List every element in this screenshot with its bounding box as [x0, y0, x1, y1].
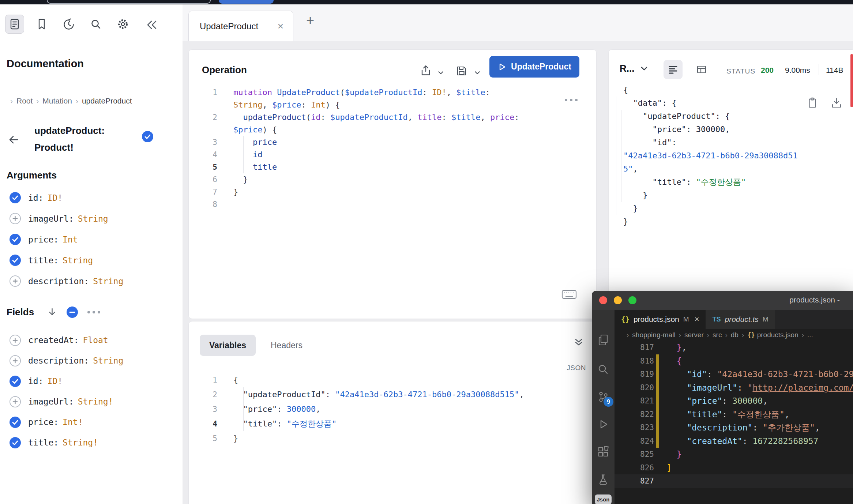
vscode-titlebar[interactable]: products.json - — [592, 291, 853, 310]
operation-panel: Operation UpdateProduct 1mutation Update… — [188, 49, 597, 319]
explorer-button[interactable] — [597, 334, 610, 347]
breadcrumbs[interactable]: ›shopping-mall ›server ›src ›db ›{}produ… — [615, 329, 853, 341]
variables-editor[interactable]: 1{2 "updateProductId": "42a41e3d-62b3-47… — [189, 373, 596, 446]
response-selector[interactable]: R... — [620, 63, 649, 74]
topbar-action-button[interactable] — [219, 0, 274, 4]
extensions-button[interactable] — [597, 445, 610, 458]
argument-toggle[interactable] — [10, 275, 21, 287]
search-button[interactable] — [597, 363, 610, 376]
close-tab-icon[interactable]: × — [695, 315, 699, 324]
settings-button[interactable] — [113, 15, 132, 34]
breadcrumb-item[interactable]: ›updateProduct — [72, 97, 132, 105]
scrollbar-marker — [850, 54, 853, 107]
code-line: 5", — [609, 162, 853, 176]
breadcrumb-item[interactable]: ›src — [704, 331, 722, 339]
sidebar-toolbar — [5, 15, 132, 34]
run-operation-button[interactable]: UpdateProduct — [489, 56, 579, 78]
argument-toggle[interactable] — [10, 213, 21, 224]
breadcrumb-item[interactable]: ›server — [676, 331, 704, 339]
field-toggle[interactable] — [10, 396, 21, 407]
tab-variables[interactable]: Variables — [200, 335, 256, 356]
field-toggle[interactable] — [10, 376, 21, 387]
close-tab-icon[interactable]: × — [278, 21, 283, 31]
back-button[interactable] — [7, 133, 20, 146]
request-tab[interactable]: UpdateProduct × — [188, 11, 293, 41]
testing-button[interactable] — [597, 473, 610, 486]
sort-fields-button[interactable] — [47, 307, 57, 317]
argument-row[interactable]: title:String — [7, 250, 178, 271]
request-tab-label: UpdateProduct — [200, 21, 258, 31]
bookmark-icon — [35, 18, 48, 31]
status-code: 200 — [761, 66, 774, 75]
history-button[interactable] — [59, 15, 78, 34]
save-button[interactable] — [455, 64, 468, 78]
field-toggle[interactable] — [10, 437, 21, 448]
operation-editor[interactable]: 1mutation UpdateProduct($updateProductId… — [189, 86, 596, 211]
argument-row[interactable]: id:ID! — [7, 187, 178, 208]
tab-products-json[interactable]: {} products.json M × — [615, 310, 706, 329]
export-menu-button[interactable] — [437, 69, 445, 77]
close-window-button[interactable] — [599, 296, 607, 304]
field-row[interactable]: createdAt:Float — [7, 330, 178, 350]
shortcuts-button[interactable] — [561, 287, 577, 301]
code-line: 826] — [615, 461, 853, 475]
argument-toggle[interactable] — [10, 234, 21, 245]
argument-row[interactable]: imageUrl:String — [7, 208, 178, 229]
tab-headers[interactable]: Headers — [271, 335, 303, 356]
field-label: description:String — [28, 356, 123, 365]
field-selected-check[interactable] — [142, 131, 153, 142]
vscode-window[interactable]: products.json - 9 Json — [592, 291, 853, 504]
collapse-sidebar-button[interactable] — [145, 18, 159, 32]
response-viewer[interactable]: { "data": { "updateProduct": { "price": … — [609, 83, 853, 228]
breadcrumb-item[interactable]: ›Root — [7, 97, 33, 105]
breadcrumb-separator: › — [679, 331, 681, 339]
zoom-window-button[interactable] — [628, 296, 636, 304]
code-line: 821 "price": 300000, — [615, 394, 853, 408]
vscode-editor[interactable]: 817 },818 {819 "id": "42a41e3d-62b3-4721… — [615, 341, 853, 504]
argument-row[interactable]: price:Int — [7, 229, 178, 250]
save-menu-button[interactable] — [473, 69, 481, 77]
field-toggle[interactable] — [10, 335, 21, 346]
field-toggle[interactable] — [10, 417, 21, 428]
field-row[interactable]: title:String! — [7, 432, 178, 453]
table-view-button[interactable] — [696, 64, 707, 75]
pretty-view-button[interactable] — [664, 60, 683, 79]
field-row[interactable]: id:ID! — [7, 371, 178, 391]
export-button[interactable] — [419, 64, 432, 78]
collapse-panel-button[interactable] — [574, 338, 584, 347]
deselect-all-button[interactable] — [67, 306, 78, 318]
argument-toggle[interactable] — [10, 192, 21, 203]
topbar-url-input[interactable] — [47, 0, 211, 4]
field-row[interactable]: imageUrl:String! — [7, 391, 178, 412]
source-control-button[interactable]: 9 — [597, 390, 610, 403]
docs-button[interactable] — [5, 15, 24, 34]
tab-product-ts[interactable]: TS product.ts M — [706, 310, 775, 329]
breadcrumb-item[interactable]: ›shopping-mall — [623, 331, 676, 339]
argument-row[interactable]: description:String — [7, 271, 178, 292]
keyboard-icon — [561, 287, 577, 301]
run-button-label: UpdateProduct — [511, 62, 571, 72]
beaker-icon — [597, 473, 610, 486]
documentation-sidebar: Documentation ›Root ›Mutation ›updatePro… — [0, 4, 182, 504]
field-toggle[interactable] — [10, 355, 21, 366]
new-tab-button[interactable]: + — [306, 12, 314, 28]
argument-toggle[interactable] — [10, 255, 21, 266]
minus-icon — [67, 306, 78, 318]
breadcrumb-item[interactable]: ›{}products.json — [739, 331, 798, 339]
json-extension-badge[interactable]: Json — [595, 494, 612, 504]
fields-more-button[interactable] — [87, 311, 100, 313]
breadcrumb-item[interactable]: ›... — [798, 331, 813, 339]
bookmarks-button[interactable] — [32, 15, 51, 34]
tab-filename: product.ts — [725, 315, 759, 324]
code-line: 817 }, — [615, 341, 853, 354]
run-debug-button[interactable] — [597, 418, 610, 431]
breadcrumb-item[interactable]: ›Mutation — [33, 97, 72, 105]
field-row[interactable]: price:Int! — [7, 412, 178, 432]
field-row[interactable]: description:String — [7, 350, 178, 371]
search-button[interactable] — [86, 15, 105, 34]
minimize-window-button[interactable] — [614, 296, 622, 304]
breadcrumb-item[interactable]: ›db — [722, 331, 738, 339]
double-chevron-left-icon — [146, 18, 159, 31]
breadcrumb-separator: › — [742, 331, 744, 339]
breadcrumb[interactable]: ›Root ›Mutation ›updateProduct — [7, 97, 132, 105]
